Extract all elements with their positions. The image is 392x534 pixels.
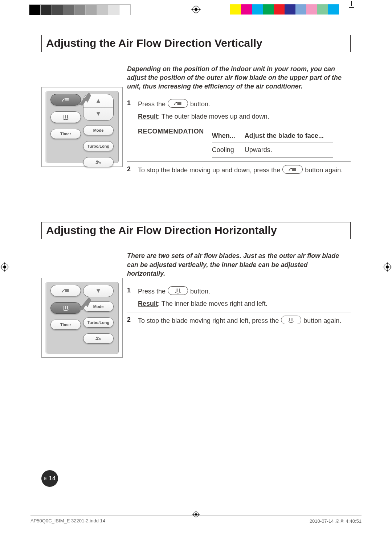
grayscale-ramp — [29, 4, 131, 15]
remote-horiz-swing-button — [50, 111, 81, 123]
section2-intro: There are two sets of air flow blades. J… — [127, 251, 345, 278]
result-text: : The outer blade moves up and down. — [158, 113, 269, 120]
section1-steps: 1 Press the button. Result: The outer bl… — [127, 96, 351, 178]
crop-mark-icon — [341, 1, 354, 16]
slug-timestamp: 2010-07-14 오후 4:40:51 — [310, 518, 362, 526]
slug-filename: AP50Q0C_IBIM_E 32201-2.indd 14 — [30, 518, 105, 526]
remote-illustration-horizontal: Timer ▼ Mode Turbo/Long — [41, 278, 123, 358]
manual-page: { "colorbar": { "grays": ["#000000","#2b… — [0, 0, 392, 534]
section-heading-vertical: Adjusting the Air Flow Direction Vertica… — [41, 35, 351, 52]
rec-cell-when: Cooling — [212, 143, 245, 157]
step-number: 1 — [127, 99, 133, 157]
recommendation-label: RECOMMENDATION — [138, 127, 204, 136]
page-number-prefix: E- — [44, 476, 49, 481]
page-content: Adjusting the Air Flow Direction Vertica… — [41, 35, 351, 501]
step2-text-b: button again. — [305, 165, 343, 175]
prepress-slug: AP50Q0C_IBIM_E 32201-2.indd 14 2010-07-1… — [30, 515, 362, 526]
vert-swing-button-icon — [282, 165, 303, 174]
step2-text-a: To stop the blade moving up and down, pr… — [138, 165, 280, 175]
registration-mark-right-icon — [383, 262, 392, 272]
rec-header-adjust: Adjust the blade to face... — [245, 130, 333, 143]
section-heading-horizontal: Adjusting the Air Flow Direction Horizon… — [41, 222, 351, 239]
svg-marker-1 — [79, 93, 91, 106]
remote-illustration-vertical: Timer ▲ ▼ Mode Turbo/Long — [41, 87, 123, 167]
horiz-swing-button-icon — [281, 316, 301, 324]
step1-text-a: Press the — [138, 99, 166, 109]
registration-mark-left-icon — [0, 262, 9, 272]
step-number: 1 — [127, 287, 133, 308]
printer-color-bar — [0, 2, 392, 17]
color-swatches — [230, 4, 339, 15]
page-number-badge: E-14 — [41, 470, 58, 487]
registration-mark-icon — [191, 5, 201, 14]
registration-mark-bottom-icon — [192, 511, 200, 518]
page-number: 14 — [49, 475, 56, 482]
rec-header-when: When... — [212, 130, 245, 143]
remote-turbo-button: Turbo/Long — [83, 317, 114, 328]
remote-timer-button: Timer — [50, 129, 81, 139]
remote-mode-button: Mode — [83, 125, 114, 135]
step1-text-b: button. — [190, 287, 210, 296]
remote-timer-button: Timer — [50, 320, 81, 330]
step-number: 2 — [127, 316, 133, 325]
step1-text-b: button. — [190, 99, 210, 109]
section1-intro: Depending on the position of the indoor … — [127, 65, 345, 91]
recommendation-table: When...Adjust the blade to face... Cooli… — [212, 130, 333, 158]
step1-text-a: Press the — [138, 287, 166, 296]
rec-cell-adjust: Upwards. — [245, 143, 333, 157]
remote-turbo-button: Turbo/Long — [83, 141, 114, 151]
step2-text-a: To stop the blade moving right and left,… — [138, 316, 279, 325]
section2-steps: 1 Press the button. Result: The inner bl… — [127, 283, 351, 329]
svg-marker-3 — [79, 297, 91, 310]
horiz-swing-button-icon — [168, 286, 188, 295]
step2-text-b: button again. — [303, 316, 341, 325]
result-label: Result — [138, 113, 158, 120]
pointer-arrow-icon — [75, 90, 97, 112]
pointer-arrow-icon — [75, 295, 97, 317]
step-number: 2 — [127, 165, 133, 175]
result-label: Result — [138, 300, 158, 307]
result-text: : The inner blade moves right and left. — [158, 300, 268, 307]
vert-swing-button-icon — [168, 99, 188, 108]
remote-fan-button — [83, 333, 114, 344]
remote-fan-button — [83, 157, 114, 167]
